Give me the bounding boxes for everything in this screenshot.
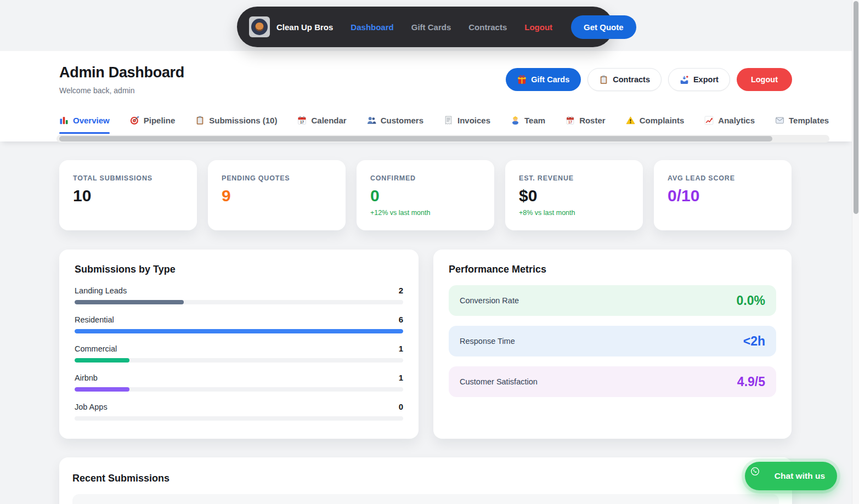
tab-team[interactable]: Team — [511, 112, 545, 134]
metric-conversion-rate: Conversion Rate 0.0% — [449, 285, 776, 316]
bar-label: Commercial — [75, 344, 117, 353]
stat-delta: +12% vs last month — [370, 209, 481, 217]
export-label: Export — [693, 75, 719, 84]
stat-card-avg-lead-score: AVG LEAD SCORE 0/10 — [654, 160, 792, 230]
gift-cards-button[interactable]: Gift Cards — [506, 68, 581, 91]
metric-label: Customer Satisfaction — [460, 377, 538, 386]
export-button[interactable]: Export — [668, 68, 730, 91]
bar-row-landing-leads: Landing Leads 2 — [75, 286, 403, 304]
bar-track — [75, 416, 403, 421]
chat-label: Chat with us — [775, 471, 825, 481]
metric-value: 0.0% — [737, 293, 765, 308]
tab-pipeline[interactable]: Pipeline — [130, 112, 176, 134]
contracts-button[interactable]: Contracts — [587, 68, 662, 91]
tab-label: Customers — [381, 116, 423, 125]
tab-complaints[interactable]: Complaints — [626, 112, 685, 134]
metric-value: <2h — [743, 334, 765, 349]
page-vertical-scrollbar[interactable] — [852, 0, 859, 504]
bar-label: Landing Leads — [75, 286, 127, 295]
get-quote-button[interactable]: Get Quote — [571, 15, 636, 39]
brand[interactable]: Clean Up Bros — [249, 16, 333, 37]
stat-value: 0 — [370, 186, 481, 205]
bar-fill — [75, 387, 129, 392]
warning-icon — [626, 116, 635, 125]
tab-roster[interactable]: 17 Roster — [566, 112, 606, 134]
nav-link-gift-cards[interactable]: Gift Cards — [411, 22, 451, 32]
page-subtitle: Welcome back, admin — [59, 86, 184, 95]
mail-icon — [775, 116, 784, 125]
nav-link-dashboard[interactable]: Dashboard — [351, 22, 393, 32]
tab-label: Templates — [789, 116, 829, 125]
bar-fill — [75, 358, 129, 363]
metric-response-time: Response Time <2h — [449, 326, 776, 356]
stat-card-est-revenue: EST. REVENUE $0 +8% vs last month — [505, 160, 643, 230]
nav-link-contracts[interactable]: Contracts — [468, 22, 507, 32]
tab-label: Submissions (10) — [209, 116, 277, 125]
receipt-icon — [444, 116, 453, 125]
tab-label: Roster — [579, 116, 606, 125]
calendar-icon: 17 — [297, 116, 307, 125]
metric-label: Response Time — [460, 337, 515, 346]
tabs-scrollbar-thumb[interactable] — [59, 136, 772, 141]
bar-row-airbnb: Airbnb 1 — [75, 373, 403, 392]
tab-label: Invoices — [457, 116, 490, 125]
bar-label: Residential — [75, 315, 114, 324]
bar-row-residential: Residential 6 — [75, 315, 403, 333]
roster-calendar-icon: 17 — [566, 116, 575, 125]
clean-up-bros-logo-icon — [249, 16, 270, 37]
tab-analytics[interactable]: Analytics — [704, 112, 755, 134]
header-titles: Admin Dashboard Welcome back, admin — [59, 64, 184, 95]
bar-fill — [75, 329, 403, 333]
clipboard-icon — [195, 116, 205, 125]
tab-overview[interactable]: Overview — [59, 112, 110, 134]
bar-value: 6 — [399, 315, 403, 324]
metric-customer-satisfaction: Customer Satisfaction 4.9/5 — [449, 366, 776, 397]
tab-label: Overview — [73, 116, 110, 125]
tab-label: Team — [524, 116, 545, 125]
bar-track — [75, 358, 403, 363]
stat-label: AVG LEAD SCORE — [668, 174, 778, 182]
tab-bar: Overview Pipeline Submissions (10) — [59, 112, 829, 134]
whatsapp-chat-button[interactable]: Chat with us — [745, 462, 837, 490]
stat-value: 10 — [73, 186, 183, 205]
tab-calendar[interactable]: 17 Calendar — [297, 112, 346, 134]
contracts-label: Contracts — [613, 75, 650, 84]
header-band: Admin Dashboard Welcome back, admin Gift… — [0, 51, 852, 141]
stat-label: TOTAL SUBMISSIONS — [73, 174, 183, 182]
bar-value: 1 — [399, 344, 403, 353]
whatsapp-icon — [750, 467, 769, 485]
card-title: Recent Submissions — [72, 473, 169, 484]
bar-fill — [75, 300, 184, 304]
svg-text:17: 17 — [568, 120, 573, 124]
clipboard-icon — [599, 75, 608, 84]
stat-label: PENDING QUOTES — [222, 174, 332, 182]
brand-name: Clean Up Bros — [276, 22, 333, 32]
tab-customers[interactable]: Customers — [367, 112, 423, 134]
tab-submissions[interactable]: Submissions (10) — [195, 112, 277, 134]
tab-label: Analytics — [718, 116, 755, 125]
nav-link-logout[interactable]: Logout — [524, 22, 552, 32]
metric-label: Conversion Rate — [460, 296, 519, 305]
bar-label: Airbnb — [75, 373, 98, 382]
stat-value: $0 — [519, 186, 629, 205]
stat-delta: +8% vs last month — [519, 209, 629, 217]
logout-button[interactable]: Logout — [737, 68, 792, 91]
top-navbar: Clean Up Bros Dashboard Gift Cards Contr… — [237, 7, 613, 47]
bar-value: 0 — [399, 402, 403, 411]
submissions-by-type-card: Submissions by Type Landing Leads 2 Resi… — [59, 250, 419, 439]
header-actions: Gift Cards Contracts Export Logout — [506, 68, 792, 91]
tabs-horizontal-scrollbar[interactable] — [56, 135, 829, 143]
bar-chart-icon — [59, 116, 69, 125]
card-title: Performance Metrics — [449, 264, 776, 275]
tab-templates[interactable]: Templates — [775, 112, 829, 134]
stat-card-pending-quotes: PENDING QUOTES 9 — [208, 160, 346, 230]
stat-card-confirmed: CONFIRMED 0 +12% vs last month — [357, 160, 494, 230]
stat-label: CONFIRMED — [370, 174, 481, 182]
page-title: Admin Dashboard — [59, 64, 184, 81]
page-scrollbar-thumb[interactable] — [854, 1, 858, 214]
target-icon — [130, 116, 139, 125]
chart-title: Submissions by Type — [75, 264, 403, 275]
tab-invoices[interactable]: Invoices — [444, 112, 490, 134]
bar-row-job-apps: Job Apps 0 — [75, 402, 403, 421]
tab-label: Calendar — [311, 116, 346, 125]
